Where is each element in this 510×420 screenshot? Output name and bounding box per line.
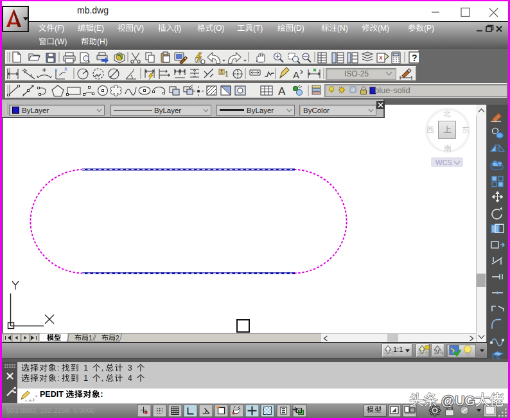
svg-text:(N): (N): [337, 24, 348, 33]
svg-text:(D): (D): [294, 24, 304, 33]
svg-text:A: A: [278, 85, 286, 98]
svg-text:(I): (I): [174, 24, 181, 33]
svg-text:1: 1: [225, 71, 229, 78]
svg-text:2: 2: [116, 335, 119, 342]
svg-text:A: A: [293, 69, 299, 80]
svg-text:1: 1: [80, 363, 92, 372]
svg-text:,: ,: [101, 363, 106, 372]
svg-text:4: 4: [123, 374, 136, 383]
svg-text:(T): (T): [253, 24, 263, 33]
svg-text::: :: [100, 390, 103, 399]
svg-text:WCS: WCS: [435, 159, 452, 166]
svg-text:(H): (H): [97, 37, 108, 46]
svg-text:1: 1: [80, 374, 92, 383]
svg-text:(P): (P): [424, 24, 434, 33]
svg-text:(E): (E): [94, 24, 104, 33]
svg-text:,: ,: [101, 374, 106, 383]
svg-text:1: 1: [89, 335, 92, 342]
svg-text::: :: [57, 363, 62, 372]
svg-text:X: X: [64, 67, 67, 71]
svg-text:ISO-25: ISO-25: [344, 69, 369, 78]
svg-text::: :: [57, 374, 62, 383]
svg-text:(W): (W): [55, 37, 67, 46]
svg-text:Y: Y: [55, 68, 58, 73]
svg-text:1:1: 1:1: [393, 346, 403, 353]
svg-text:(M): (M): [378, 24, 389, 33]
svg-text:@UG: @UG: [437, 393, 475, 408]
svg-text:(V): (V): [134, 24, 144, 33]
svg-text:3: 3: [123, 363, 136, 372]
svg-text:mb.dwg: mb.dwg: [77, 5, 109, 15]
svg-text:PEDIT: PEDIT: [40, 390, 66, 399]
svg-text:(F): (F): [55, 24, 64, 33]
svg-text:?: ?: [412, 53, 418, 63]
svg-text:(O): (O): [213, 24, 224, 33]
svg-text:blue-solid: blue-solid: [374, 85, 410, 95]
